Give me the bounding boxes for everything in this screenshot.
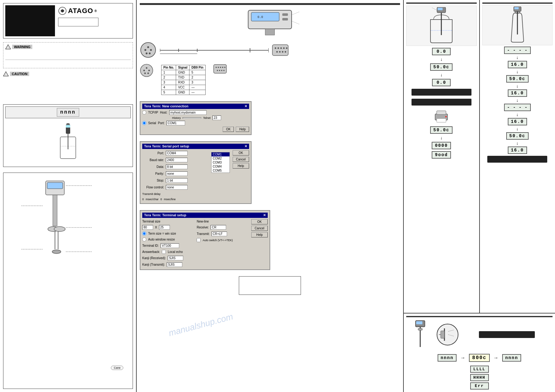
pin-row-1: 1 GND 5 [161, 70, 206, 75]
svg-rect-10 [66, 125, 70, 128]
terminal-right-fields: New-line Receive: CR Transmit: CR+LF Aut… [197, 219, 248, 268]
right-right-panel: - - - - ↓ 16.0 ↓ 50.0c ↓ 16.0 ↓ - - - - [480, 0, 555, 313]
step2-temp-display: 50.0c [430, 63, 453, 71]
local-echo-checkbox[interactable] [162, 250, 166, 254]
port-option-com4[interactable]: COM4 [212, 164, 230, 169]
warning-triangle-icon: ! [5, 44, 11, 49]
step8-display: 0000 [432, 142, 451, 149]
serial-setup-cancel-button[interactable]: Cancel [233, 157, 249, 162]
tcpip-radio[interactable] [142, 110, 146, 115]
term-rows-input[interactable]: 25 [159, 225, 170, 230]
new-connection-dialog: Tera Term: New connection ✕ TCP/IP Host:… [140, 101, 252, 135]
bottom-arrow-right-1: → [460, 355, 465, 361]
svg-line-77 [432, 8, 437, 10]
port-option-com5[interactable]: COM5 [212, 169, 230, 173]
port-option-com1[interactable]: COM1 [212, 152, 230, 156]
pin-header-db9: DB9 Pin [189, 65, 205, 70]
parity-label: Parity: [142, 172, 164, 175]
serial-setup-help-button[interactable]: Help [233, 163, 249, 169]
kanji-recv-row: Kanji (Received): SJIS [142, 256, 194, 260]
port-select[interactable]: COM1 [166, 121, 185, 125]
terminal-cancel-button[interactable]: Cancel [251, 226, 268, 231]
right-bottom-panel: nnnn → 800c → nnnn LLLL HHHH Err [404, 313, 555, 392]
svg-rect-79 [437, 111, 446, 115]
port-field[interactable]: 23 [212, 115, 221, 120]
warning-label-row: ! WARNING [5, 44, 131, 49]
svg-point-61 [148, 73, 149, 74]
kanji-trans-input[interactable]: SJIS [167, 262, 182, 267]
svg-rect-29 [265, 29, 275, 35]
arrow-down-2: ↓ [406, 73, 477, 77]
warning-spacer [5, 60, 131, 66]
pin-3-no: 3 [161, 80, 176, 85]
kanji-trans-label: Kanji (Transmit): [142, 263, 165, 266]
terminal-setup-title: Tera Term: Terminal setup ✕ [142, 213, 268, 218]
logo-right: ATAGO ® [58, 5, 98, 26]
data-value[interactable]: 8 bit [166, 164, 188, 169]
terminal-setup-dialog: Tera Term: Terminal setup ✕ Terminal siz… [140, 210, 270, 270]
instrument-photo-left [406, 6, 477, 46]
clip-detail-circle [437, 324, 458, 345]
auto-switch-checkbox[interactable] [197, 238, 201, 242]
svg-rect-80 [437, 119, 446, 122]
pin-2-db9: 2 [189, 75, 205, 80]
serial-radio[interactable] [142, 121, 146, 125]
serial-label: Serial [148, 121, 156, 125]
measurement-title-bar [406, 2, 477, 4]
kanji-recv-input[interactable]: SJIS [168, 256, 183, 260]
step-6-display-row: 50.0c [406, 126, 477, 134]
parity-value[interactable]: none [166, 171, 188, 176]
bottom-lcd2-display: 800c [469, 354, 489, 362]
printer-icon [434, 109, 449, 123]
term-cols-input[interactable]: 80 [142, 225, 153, 230]
host-input[interactable]: myhost.mydomain [169, 110, 207, 115]
auto-window-radio[interactable] [142, 237, 146, 241]
svg-point-63 [216, 67, 217, 68]
svg-line-93 [448, 330, 454, 331]
svg-point-48 [278, 47, 279, 49]
transmit-input[interactable]: CR+LF [212, 232, 227, 236]
kanji-recv-label: Kanji (Received): [142, 256, 166, 260]
auto-switch-row: Auto switch (VT<->TEK) [197, 238, 248, 242]
terminal-id-input[interactable]: VT100 [161, 243, 179, 248]
terminal-ok-button[interactable]: OK [251, 219, 268, 224]
pin-table-section: Pin No. Signal DB9 Pin 1 GND 5 2 TXD 2 3… [140, 62, 400, 97]
serial-setup-dialog-title: Tera Term: Serial port setup ✕ [142, 144, 249, 149]
receive-input[interactable]: CR [211, 225, 226, 230]
arrow-down-6: ↓ [406, 136, 477, 140]
term-size-win-radio[interactable] [142, 232, 146, 236]
terminal-help-button[interactable]: Help [251, 232, 268, 237]
port-value[interactable]: COM4 [166, 151, 188, 155]
svg-line-31 [292, 21, 299, 24]
svg-rect-89 [418, 328, 422, 330]
logo-section: ATAGO ® [3, 3, 133, 38]
serial-setup-ok-button[interactable]: OK [233, 150, 249, 155]
step-9-display-row: 9ood [406, 151, 477, 159]
service-label: Telnet [203, 116, 211, 119]
svg-point-71 [223, 70, 225, 71]
new-connection-ok-button[interactable]: OK [223, 127, 234, 132]
svg-rect-85 [514, 7, 519, 9]
history-label: History [172, 116, 181, 119]
term-size-win-row: Term size = win size [142, 232, 194, 236]
history-dropdown[interactable] [183, 117, 201, 119]
step9-display: 9ood [432, 151, 451, 159]
stop-row: Stop: 1 bit [142, 178, 230, 183]
port-option-com2[interactable]: COM2 [212, 156, 230, 160]
step-8-display-row: 0000 [406, 142, 477, 149]
baud-value[interactable]: 2400 [166, 158, 188, 162]
r-arrow-4: ↓ [482, 98, 553, 102]
watermark-text: manualshup.com [167, 312, 234, 338]
svg-line-30 [292, 12, 299, 15]
svg-point-15 [54, 227, 65, 232]
flow-value[interactable]: none [166, 185, 188, 190]
r-step-4: 16.0 [482, 89, 553, 97]
port-option-com3[interactable]: COM3 [212, 160, 230, 164]
pin-4-signal: VCC [176, 85, 189, 90]
terminal-size-label: Terminal size [142, 220, 160, 223]
new-connection-help-button[interactable]: Help [236, 127, 249, 132]
right-right-title-bar [482, 2, 553, 4]
dialog-serial-row: Serial Port: COM1 COM1 COM2 COM3 COM4 CO… [142, 121, 249, 125]
stop-value[interactable]: 1 bit [166, 178, 188, 183]
svg-point-81 [445, 116, 447, 117]
